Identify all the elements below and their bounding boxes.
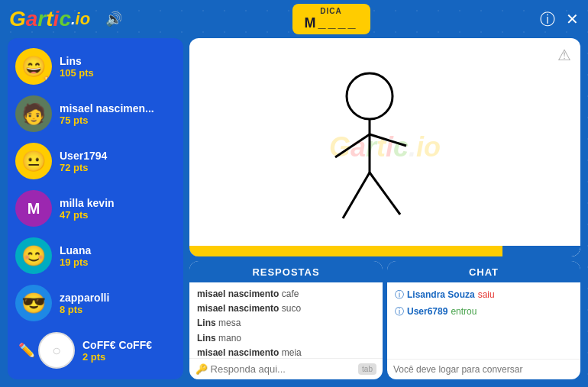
- chat-header-label: CHAT: [469, 266, 499, 278]
- avatar: M: [15, 190, 52, 227]
- stick-figure: [293, 66, 446, 234]
- player-info: Lins 105 pts: [60, 55, 94, 79]
- avatar: 🧑: [15, 95, 52, 132]
- pencil-icon: ✏️: [18, 342, 35, 359]
- answer-player: Lins: [197, 333, 216, 343]
- player-name: Luana: [60, 244, 91, 256]
- list-item: Lins mano: [197, 331, 375, 346]
- player-pts: 19 pts: [60, 256, 91, 268]
- chat-name: User6789: [407, 304, 447, 321]
- answer-word: meia: [282, 347, 302, 358]
- chat-name: Lisandra Souza: [407, 287, 475, 304]
- player-pts: 2 pts: [82, 351, 152, 363]
- player-name: zapparolli: [60, 292, 109, 304]
- svg-point-0: [347, 73, 393, 119]
- answer-player: misael nascimento: [197, 347, 279, 358]
- canvas-area: Gartic.io ⚠: [189, 38, 580, 256]
- player-item[interactable]: 😄 🏆 Lins 105 pts: [8, 43, 183, 90]
- top-right-icons: ⓘ ✕: [540, 9, 579, 30]
- player-pts: 8 pts: [60, 304, 109, 315]
- answer-input[interactable]: [195, 363, 354, 375]
- info-icon: ⓘ: [395, 304, 404, 321]
- list-item: misael nascimento suco: [197, 302, 375, 316]
- answer-player: misael nascimento: [197, 289, 279, 299]
- player-pts: 75 pts: [60, 114, 154, 126]
- player-info: User1794 72 pts: [60, 150, 107, 173]
- list-item: misael nascimento meia: [197, 346, 375, 358]
- top-bar: Gartic.io 🔊 DICA M____ ⓘ ✕: [0, 0, 588, 38]
- answer-player: Lins: [197, 318, 216, 328]
- speaker-icon[interactable]: 🔊: [105, 11, 122, 27]
- answer-word: suco: [282, 303, 301, 314]
- chat-header: CHAT: [387, 261, 580, 282]
- avatar: 😊: [15, 237, 52, 274]
- sidebar: 😄 🏆 Lins 105 pts 🧑 misael nascimen... 75…: [8, 38, 183, 379]
- main-layout: 😄 🏆 Lins 105 pts 🧑 misael nascimen... 75…: [0, 38, 588, 387]
- chat-panel: CHAT ⓘ Lisandra Souza saiu ⓘ User6789 en…: [387, 261, 580, 379]
- player-info: zapparolli 8 pts: [60, 292, 109, 315]
- answer-word: mano: [218, 333, 241, 343]
- player-info: milla kevin 47 pts: [60, 197, 115, 221]
- dica-label: DICA: [305, 7, 358, 15]
- progress-fill: [189, 246, 502, 256]
- avatar: 😎: [15, 285, 52, 321]
- player-name: misael nascimen...: [60, 102, 154, 114]
- player-item[interactable]: M milla kevin 47 pts: [8, 185, 183, 232]
- svg-line-2: [335, 134, 370, 157]
- logo: Gartic.io: [9, 7, 90, 31]
- close-icon[interactable]: ✕: [566, 10, 579, 28]
- player-name: CoFF€ CoFF€: [82, 339, 152, 351]
- answers-list: misael nascimento cafe misael nascimento…: [189, 282, 383, 358]
- progress-bar: [189, 246, 580, 256]
- player-item[interactable]: 😎 zapparolli 8 pts: [8, 279, 183, 327]
- player-info: Luana 19 pts: [60, 244, 91, 268]
- answer-word: cafe: [282, 289, 299, 299]
- bottom-panel: RESPOSTAS misael nascimento cafe misael …: [189, 261, 580, 379]
- player-item[interactable]: 😊 Luana 19 pts: [8, 232, 183, 279]
- svg-line-5: [370, 173, 400, 214]
- list-item: ⓘ Lisandra Souza saiu: [395, 287, 573, 304]
- chat-list: ⓘ Lisandra Souza saiu ⓘ User6789 entrou: [387, 282, 580, 359]
- player-name: Lins: [60, 55, 94, 67]
- player-pts: 72 pts: [60, 162, 107, 173]
- player-item[interactable]: ✏️ ○ CoFF€ CoFF€ 2 pts: [8, 327, 183, 374]
- list-item: Lins mesa: [197, 316, 375, 331]
- right-panel: Gartic.io ⚠: [189, 38, 580, 379]
- chat-input[interactable]: [393, 364, 574, 375]
- player-item[interactable]: 🧑 misael nascimen... 75 pts: [8, 90, 183, 137]
- player-item[interactable]: 😐 User1794 72 pts: [8, 137, 183, 185]
- player-info: CoFF€ CoFF€ 2 pts: [82, 339, 152, 363]
- svg-line-3: [370, 134, 406, 146]
- player-pts: 47 pts: [60, 209, 115, 221]
- list-item: misael nascimento cafe: [197, 287, 375, 302]
- answer-word: mesa: [218, 318, 241, 328]
- chat-input-row: [387, 359, 580, 379]
- answer-input-row: tab: [189, 358, 383, 379]
- answer-player: misael nascimento: [197, 303, 279, 314]
- avatar: ○: [38, 332, 75, 369]
- player-pts: 105 pts: [60, 67, 94, 79]
- player-name: User1794: [60, 150, 107, 162]
- answers-panel: RESPOSTAS misael nascimento cafe misael …: [189, 261, 383, 379]
- dica-word: M____: [305, 15, 358, 31]
- answers-header-label: RESPOSTAS: [252, 266, 319, 278]
- avatar: 😄 🏆: [15, 48, 52, 85]
- list-item: ⓘ User6789 entrou: [395, 304, 573, 321]
- info-icon: ⓘ: [395, 287, 404, 304]
- chat-action: saiu: [478, 287, 495, 304]
- chat-action: entrou: [451, 304, 477, 321]
- player-info: misael nascimen... 75 pts: [60, 102, 154, 126]
- dica-box: DICA M____: [292, 4, 370, 34]
- player-name: milla kevin: [60, 197, 115, 209]
- svg-line-4: [343, 173, 370, 218]
- alert-icon[interactable]: ⚠: [557, 46, 571, 64]
- avatar: 😐: [15, 143, 52, 179]
- answers-header: RESPOSTAS: [189, 261, 383, 282]
- tab-badge: tab: [358, 363, 376, 375]
- trophy-badge: 🏆: [42, 76, 52, 85]
- info-icon[interactable]: ⓘ: [540, 9, 555, 30]
